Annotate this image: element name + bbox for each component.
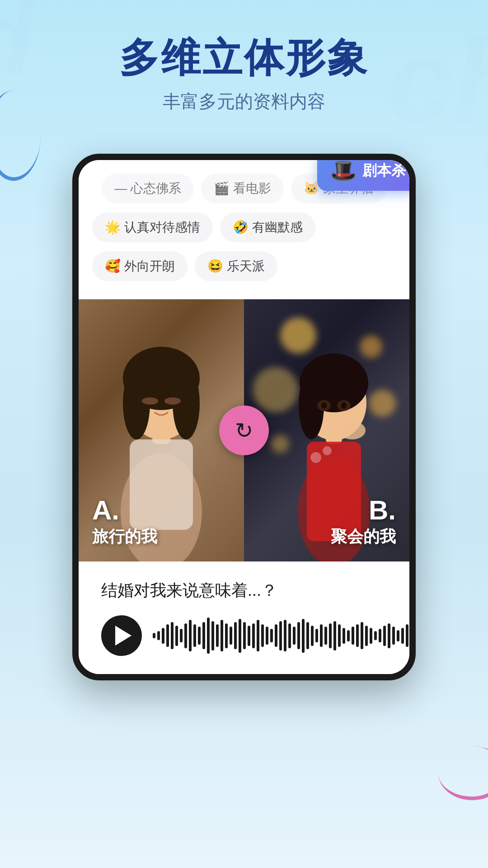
wave-bar (153, 633, 155, 638)
photo-right-sublabel: 聚会的我 (331, 526, 396, 548)
wave-bar (216, 624, 219, 647)
wave-bar (297, 622, 300, 649)
wave-bar (388, 623, 390, 648)
wave-bar (333, 621, 336, 651)
wave-bar (225, 623, 228, 648)
wave-bar (284, 620, 286, 651)
wave-bar (175, 626, 178, 646)
tags-section: — 心态佛系 🎬 看电影 🐱 家里养猫 🌟 认真对待感情 🤣 有幽默感 🥰 外向… (79, 160, 409, 299)
tag-buddhist[interactable]: — 心态佛系 (102, 174, 194, 203)
svg-point-20 (310, 452, 321, 463)
swap-icon: ↻ (235, 418, 253, 443)
wave-bar (347, 630, 350, 642)
wave-bar (293, 627, 296, 645)
tag-optimistic-label: 😆 乐天派 (207, 258, 265, 275)
photo-collage: A. 旅行的我 (79, 299, 409, 561)
tag-outgoing-label: 🥰 外向开朗 (105, 258, 175, 275)
svg-point-7 (164, 397, 181, 405)
wave-bar (207, 618, 210, 654)
wave-bar (338, 624, 341, 647)
wave-bar (270, 629, 273, 642)
wave-bar (352, 627, 354, 645)
tag-movies-label: 🎬 看电影 (214, 180, 271, 197)
swap-button[interactable]: ↻ (219, 406, 269, 455)
wave-bar (266, 627, 268, 645)
wave-bar (221, 620, 223, 651)
drama-badge[interactable]: 🎩 剧本杀 (317, 154, 416, 191)
play-icon (115, 626, 131, 646)
audio-section: 结婚对我来说意味着...？ (79, 561, 409, 674)
wave-bar (397, 630, 399, 642)
wave-bar (230, 627, 232, 645)
wave-bar (184, 623, 187, 648)
wave-bar (202, 622, 205, 649)
wave-bar (180, 629, 183, 642)
wave-bar (193, 624, 196, 647)
phone-mockup: — 心态佛系 🎬 看电影 🐱 家里养猫 🌟 认真对待感情 🤣 有幽默感 🥰 外向… (72, 154, 416, 680)
tag-funny[interactable]: 🤣 有幽默感 (220, 212, 315, 242)
audio-question: 结婚对我来说意味着...？ (101, 580, 387, 602)
wave-bar (356, 624, 359, 647)
tag-funny-label: 🤣 有幽默感 (233, 219, 303, 236)
wave-bar (370, 628, 372, 644)
tag-serious[interactable]: 🌟 认真对待感情 (92, 212, 213, 242)
wave-bar (320, 624, 323, 647)
photo-left-letter: A. (92, 495, 157, 526)
wave-bar (279, 621, 282, 651)
waveform (153, 620, 416, 651)
wave-bar (343, 628, 345, 644)
wave-bar (379, 629, 381, 642)
wave-bar (275, 624, 277, 647)
svg-point-21 (323, 446, 332, 455)
main-title: 多维立体形象 (0, 36, 488, 80)
photo-right-letter: B. (331, 495, 396, 526)
svg-point-18 (338, 421, 366, 439)
wave-bar (198, 627, 201, 645)
wave-bar (171, 622, 174, 649)
wave-bar (315, 629, 318, 642)
drama-badge-label: 剧本杀 (362, 161, 406, 181)
tag-buddhist-label: — 心态佛系 (114, 180, 181, 197)
photo-right-label: B. 聚会的我 (331, 495, 396, 548)
wave-bar (329, 623, 332, 648)
tags-row-3: 🥰 外向开朗 😆 乐天派 🎩 剧本杀 (92, 251, 396, 281)
wave-bar (261, 624, 264, 647)
wave-bar (302, 619, 305, 653)
wave-bar (410, 622, 413, 649)
wave-bar (306, 622, 309, 649)
wave-bar (311, 626, 314, 646)
wave-bar (211, 621, 214, 651)
wave-bar (406, 624, 408, 647)
wave-bar (415, 626, 416, 646)
wave-bar (162, 628, 164, 644)
wave-bar (401, 628, 404, 644)
wave-bar (189, 620, 192, 651)
wave-bar (361, 622, 363, 649)
wave-bar (234, 622, 237, 649)
tag-movies[interactable]: 🎬 看电影 (201, 174, 284, 203)
photo-left-label: A. 旅行的我 (92, 495, 157, 548)
svg-point-6 (142, 397, 158, 405)
photo-left-sublabel: 旅行的我 (92, 526, 157, 548)
tags-row-2: 🌟 认真对待感情 🤣 有幽默感 (92, 212, 396, 242)
tag-optimistic[interactable]: 😆 乐天派 (195, 251, 277, 281)
wave-bar (243, 622, 246, 649)
wave-bar (324, 627, 327, 645)
sub-title: 丰富多元的资料内容 (0, 89, 488, 114)
play-button[interactable] (101, 615, 142, 656)
header-section: 多维立体形象 丰富多元的资料内容 (0, 0, 488, 114)
wave-bar (392, 627, 395, 645)
tag-outgoing[interactable]: 🥰 外向开朗 (92, 251, 188, 281)
wave-bar (252, 623, 255, 648)
wave-bar (257, 620, 259, 651)
wave-bar (248, 626, 250, 646)
pink-curve-decoration (438, 746, 488, 800)
wave-bar (166, 624, 169, 647)
svg-point-17 (341, 402, 347, 409)
wave-bar (239, 619, 241, 653)
wave-bar (157, 631, 160, 640)
audio-player (101, 615, 387, 656)
wave-bar (383, 626, 386, 646)
tag-serious-label: 🌟 认真对待感情 (105, 219, 200, 236)
wave-bar (374, 631, 377, 640)
